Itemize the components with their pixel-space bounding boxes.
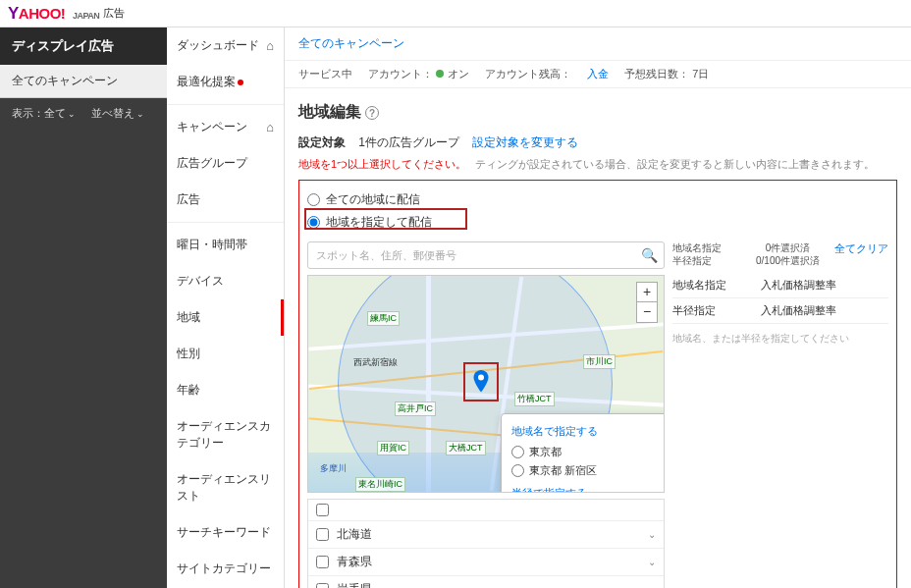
summary-placeholder: 地域名、または半径を指定してください (672, 332, 888, 346)
popup-by-name-title: 地域名で指定する (511, 424, 662, 439)
nav-audience-category[interactable]: オーディエンスカテゴリー (167, 408, 284, 461)
nav-adgroup[interactable]: 広告グループ (167, 145, 284, 182)
expand-icon[interactable]: ⌄ (648, 557, 656, 567)
map-poi: 高井戸IC (395, 401, 436, 416)
region-list-header[interactable] (308, 500, 664, 521)
home-icon: ⌂ (266, 38, 274, 53)
nav-device[interactable]: デバイス (167, 263, 284, 299)
region-checkbox[interactable] (316, 583, 329, 588)
radio-all-regions[interactable] (307, 193, 320, 206)
map-poi: 大橋JCT (446, 441, 486, 455)
region-row[interactable]: 青森県⌄ (308, 549, 664, 576)
nav-campaign[interactable]: キャンペーン⌂ (167, 109, 284, 145)
radio-specify-regions[interactable] (307, 216, 320, 229)
balance-label: アカウント残高： (485, 67, 571, 81)
nav-site-category[interactable]: サイトカテゴリー (167, 551, 284, 587)
nav-optimize[interactable]: 最適化提案 (167, 64, 284, 100)
selection-count: 0件選択済 (741, 241, 834, 254)
select-all-checkbox[interactable] (316, 504, 329, 516)
content-area: 全てのキャンペーン サービス中 アカウント： オン アカウント残高： 入金 予想… (285, 27, 911, 588)
nav-dashboard[interactable]: ダッシュボード⌂ (167, 27, 284, 64)
region-row[interactable]: 北海道⌄ (308, 521, 664, 549)
region-list: 北海道⌄ 青森県⌄ 岩手県⌄ 宮城県⌄ (307, 499, 665, 588)
option-specify-regions[interactable]: 地域を指定して配信 (307, 211, 888, 234)
sidebar-title: ディスプレイ広告 (0, 27, 167, 65)
option-all-regions[interactable]: 全ての地域に配信 (307, 188, 888, 211)
product-label: 広告 (103, 6, 125, 21)
help-icon[interactable]: ? (365, 106, 379, 120)
location-search-input[interactable]: スポット名、住所、郵便番号 🔍 (307, 241, 665, 269)
sidebar-all-campaigns[interactable]: 全てのキャンペーン (0, 65, 167, 98)
zoom-in-button[interactable]: + (637, 283, 657, 302)
map-label: 西武新宿線 (353, 356, 398, 369)
location-popup: 地域名で指定する 東京都 東京都 新宿区 半径で指定する 東京都新宿区四谷１丁目… (501, 413, 665, 493)
map-poi: 市川IC (583, 354, 616, 369)
map-poi: 用賀IC (377, 441, 409, 455)
nav-dayparting[interactable]: 曜日・時間帯 (167, 227, 284, 263)
display-filter[interactable]: 表示：全て⌄ (12, 106, 76, 121)
nav-ad[interactable]: 広告 (167, 182, 284, 218)
change-target-link[interactable]: 設定対象を変更する (472, 135, 578, 149)
target-row: 設定対象 1件の広告グループ 設定対象を変更する (298, 134, 897, 151)
expand-icon[interactable]: ⌄ (648, 584, 656, 588)
svg-point-0 (478, 375, 484, 381)
left-sidebar: ディスプレイ広告 全てのキャンペーン 表示：全て⌄ 並べ替え⌄ (0, 27, 167, 588)
logo: YAHOO! JAPAN (8, 4, 99, 24)
error-message: 地域を1つ以上選択してください。 (298, 158, 466, 170)
region-config-box: 全ての地域に配信 地域を指定して配信 スポット名、住所、郵便番号 🔍 (298, 180, 897, 588)
region-row[interactable]: 岩手県⌄ (308, 576, 664, 588)
overwrite-note: ティングが設定されている場合、設定を変更すると新しい内容に上書きされます。 (475, 158, 875, 170)
sort-control[interactable]: 並べ替え⌄ (91, 106, 144, 121)
deposit-link[interactable]: 入金 (587, 67, 609, 81)
expand-icon[interactable]: ⌄ (648, 529, 656, 540)
region-checkbox[interactable] (316, 556, 329, 568)
popup-by-radius-title: 半径で指定する (511, 486, 662, 493)
region-checkbox[interactable] (316, 528, 329, 541)
summary-table: 地域名指定入札価格調整率 半径指定入札価格調整率 (672, 273, 888, 324)
selection-summary: 地域名指定 半径指定 0件選択済 0/100件選択済 全てクリア 地域名指定入札… (672, 241, 888, 588)
map-poi: 竹橋JCT (514, 392, 555, 406)
summary-name-label: 地域名指定 (672, 241, 741, 254)
account-status: アカウント： オン (368, 67, 469, 81)
mid-sidebar: ダッシュボード⌂ 最適化提案 キャンペーン⌂ 広告グループ 広告 曜日・時間帯 … (167, 27, 285, 588)
nav-region[interactable]: 地域 (167, 299, 284, 336)
nav-search-keyword[interactable]: サーチキーワード (167, 514, 284, 551)
zoom-out-button[interactable]: − (637, 302, 657, 322)
topbar: YAHOO! JAPAN 広告 (0, 0, 911, 27)
nav-gender[interactable]: 性別 (167, 336, 284, 372)
home-icon: ⌂ (266, 120, 274, 134)
nav-age[interactable]: 年齢 (167, 372, 284, 408)
search-icon[interactable]: 🔍 (641, 247, 658, 263)
popup-opt-tokyo[interactable]: 東京都 (511, 443, 662, 461)
map-poi: 練馬IC (367, 311, 400, 326)
summary-radius-label: 半径指定 (672, 254, 741, 267)
forecast: 予想残日数： 7日 (624, 67, 709, 81)
breadcrumb[interactable]: 全てのキャンペーン (285, 27, 911, 61)
clear-all-link[interactable]: 全てクリア (834, 241, 888, 255)
status-bar: サービス中 アカウント： オン アカウント残高： 入金 予想残日数： 7日 (285, 61, 911, 88)
sidebar-controls: 表示：全て⌄ 並べ替え⌄ (0, 98, 167, 129)
serving-status: サービス中 (298, 67, 352, 81)
map-pin-icon[interactable] (472, 370, 490, 388)
selection-total: 0/100件選択済 (741, 254, 834, 267)
nav-audience-list[interactable]: オーディエンスリスト (167, 461, 284, 514)
map-zoom-control: + − (636, 282, 658, 323)
popup-opt-shinjuku[interactable]: 東京都 新宿区 (511, 461, 662, 480)
status-dot-icon (436, 70, 444, 78)
map-poi: 東名川崎IC (355, 477, 405, 492)
alert-dot-icon (238, 80, 243, 85)
page-title: 地域編集? (298, 102, 897, 123)
map-label: 多摩川 (320, 462, 347, 475)
map[interactable]: 練馬IC 高井戸IC 用賀IC 東名川崎IC 市川IC 大橋JCT 竹橋JCT … (307, 275, 665, 493)
